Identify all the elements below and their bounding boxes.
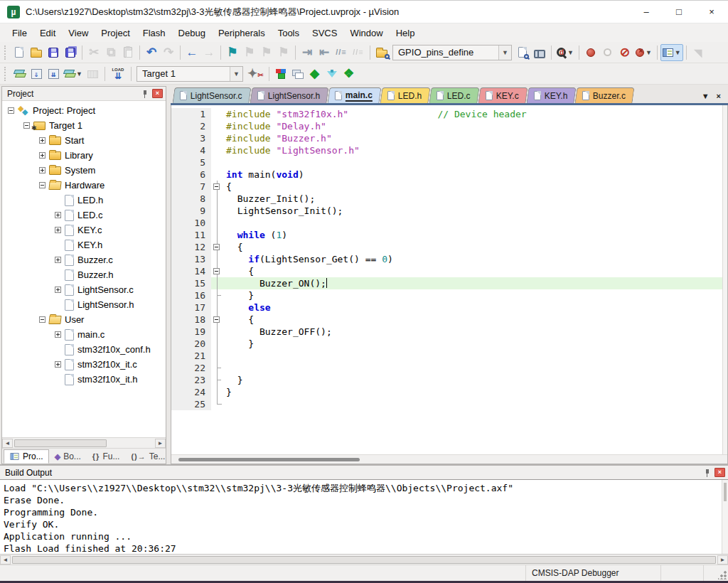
- tree-item-start[interactable]: Start: [2, 133, 166, 148]
- browse-reference-button[interactable]: [531, 44, 548, 61]
- configure-flash-button[interactable]: [373, 44, 390, 61]
- collapse-icon[interactable]: [23, 122, 30, 129]
- scrollbar-thumb[interactable]: [12, 556, 716, 564]
- line-number[interactable]: 5: [171, 156, 211, 169]
- fold-margin[interactable]: [211, 181, 223, 193]
- line-number[interactable]: 21: [171, 350, 211, 362]
- options-for-target-button[interactable]: ✦✂: [245, 65, 266, 82]
- kill-all-breakpoints-button[interactable]: ▼: [633, 44, 654, 61]
- rebuild-button[interactable]: ⇊: [45, 65, 62, 82]
- panel-tab-pro[interactable]: Pro...: [4, 449, 49, 464]
- menu-tools[interactable]: Tools: [272, 26, 306, 41]
- expand-icon[interactable]: [39, 167, 46, 173]
- tree-item-led-h[interactable]: LED.h: [2, 193, 166, 208]
- tree-item-main-c[interactable]: main.c: [2, 327, 166, 342]
- tree-item-lightsensor-c[interactable]: LightSensor.c: [2, 282, 166, 297]
- line-number[interactable]: 25: [171, 398, 211, 410]
- manage-rte-button[interactable]: [272, 65, 289, 82]
- build-horizontal-scrollbar[interactable]: ◄ ►: [0, 554, 728, 565]
- scroll-right-icon[interactable]: ►: [155, 439, 166, 448]
- line-number[interactable]: 9: [171, 205, 211, 217]
- navigate-back-button[interactable]: ←: [183, 44, 200, 61]
- menu-window[interactable]: Window: [343, 26, 389, 41]
- stop-build-button[interactable]: [85, 65, 102, 82]
- expand-icon[interactable]: [39, 137, 46, 144]
- scrollbar-thumb[interactable]: [14, 439, 107, 447]
- tree-item-stm32f10x-conf-h[interactable]: stm32f10x_conf.h: [2, 342, 166, 357]
- enable-breakpoint-button[interactable]: [599, 44, 616, 61]
- editor-tab-buzzer.c[interactable]: Buzzer.c: [575, 87, 635, 103]
- tree-item-system[interactable]: System: [2, 163, 166, 178]
- manage-project-items-button[interactable]: [289, 65, 306, 82]
- save-button[interactable]: [45, 44, 62, 61]
- expand-icon[interactable]: [55, 361, 61, 368]
- fold-collapse-icon[interactable]: [213, 316, 220, 323]
- tree-item-project-project[interactable]: Project: Project: [2, 103, 166, 118]
- line-number[interactable]: 24: [171, 386, 211, 398]
- line-number[interactable]: 15: [171, 277, 211, 289]
- overflow-button[interactable]: ◥: [690, 44, 707, 61]
- line-number[interactable]: 20: [171, 338, 211, 350]
- scroll-left-icon[interactable]: ◄: [0, 555, 11, 565]
- bookmark-prev-button[interactable]: ⚑: [241, 44, 258, 61]
- bookmark-next-button[interactable]: ⚑: [258, 44, 275, 61]
- batch-build-button[interactable]: ▼: [62, 65, 85, 82]
- menu-flash[interactable]: Flash: [136, 26, 172, 41]
- fold-margin[interactable]: [211, 314, 223, 326]
- comment-button[interactable]: //≡: [333, 44, 350, 61]
- find-in-files-button[interactable]: d▼: [555, 44, 576, 61]
- line-number[interactable]: 3: [171, 132, 211, 144]
- translate-button[interactable]: [11, 65, 28, 82]
- bookmark-toggle-button[interactable]: ⚑: [224, 44, 241, 61]
- tree-item-stm32f10x-it-h[interactable]: stm32f10x_it.h: [2, 372, 166, 387]
- toolbar-grip[interactable]: [4, 46, 8, 60]
- line-number[interactable]: 19: [171, 326, 211, 338]
- editor-tab-key.h[interactable]: KEY.h: [526, 87, 577, 103]
- expand-icon[interactable]: [55, 257, 61, 263]
- build-output-log[interactable]: Load "C:\\Users\\z1927\\Desktop\\stm32\\…: [0, 480, 728, 554]
- fold-collapse-icon[interactable]: [213, 183, 220, 190]
- line-number[interactable]: 10: [171, 217, 211, 229]
- tree-item-lightsensor-h[interactable]: LightSensor.h: [2, 297, 166, 312]
- search-in-files-button[interactable]: [514, 44, 531, 61]
- scroll-right-icon[interactable]: ►: [717, 555, 728, 565]
- disable-all-breakpoints-button[interactable]: ⊘: [616, 44, 633, 61]
- tree-item-led-c[interactable]: LED.c: [2, 208, 166, 223]
- tree-item-hardware[interactable]: Hardware: [2, 178, 166, 193]
- bookmark-clear-button[interactable]: ⚑: [275, 44, 292, 61]
- redo-button[interactable]: ↷: [160, 44, 177, 61]
- line-number[interactable]: 1: [171, 108, 211, 120]
- line-number[interactable]: 4: [171, 144, 211, 156]
- panel-tab-bo[interactable]: ◈Bo...: [49, 449, 87, 464]
- expand-icon[interactable]: [55, 212, 61, 218]
- line-number[interactable]: 16: [171, 289, 211, 301]
- editor-tab-led.c[interactable]: LED.c: [429, 87, 480, 103]
- fold-margin[interactable]: [211, 241, 223, 253]
- resize-grip[interactable]: [718, 571, 727, 579]
- expand-icon[interactable]: [55, 227, 61, 233]
- outdent-button[interactable]: ⇤: [316, 44, 333, 61]
- menu-peripherals[interactable]: Peripherals: [212, 26, 272, 41]
- insert-breakpoint-button[interactable]: [582, 44, 599, 61]
- tree-item-buzzer-h[interactable]: Buzzer.h: [2, 267, 166, 282]
- editor-tab-key.c[interactable]: KEY.c: [478, 87, 528, 103]
- collapse-icon[interactable]: [39, 182, 46, 188]
- menu-help[interactable]: Help: [390, 26, 422, 41]
- cut-button[interactable]: ✂: [85, 44, 102, 61]
- build-button[interactable]: ⇓: [28, 65, 45, 82]
- editor-tab-lightsensor.c[interactable]: LightSensor.c: [172, 87, 251, 103]
- menu-project[interactable]: Project: [95, 26, 136, 41]
- editor-tab-lightsensor.h[interactable]: LightSensor.h: [250, 87, 328, 103]
- line-number[interactable]: 8: [171, 193, 211, 205]
- pin-icon[interactable]: [704, 469, 711, 477]
- tree-item-buzzer-c[interactable]: Buzzer.c: [2, 252, 166, 267]
- close-tab-icon[interactable]: ×: [717, 92, 721, 100]
- tree-item-key-h[interactable]: KEY.h: [2, 237, 166, 252]
- indent-button[interactable]: ⇥: [299, 44, 316, 61]
- line-number[interactable]: 13: [171, 253, 211, 265]
- editor-vertical-scrollbar[interactable]: [722, 105, 727, 454]
- maximize-button[interactable]: □: [663, 1, 695, 23]
- chevron-down-icon[interactable]: ▼: [230, 67, 242, 81]
- code-editor[interactable]: 1#include "stm32f10x.h" // Device header…: [171, 105, 727, 454]
- tab-list-dropdown-icon[interactable]: ▼: [702, 92, 710, 100]
